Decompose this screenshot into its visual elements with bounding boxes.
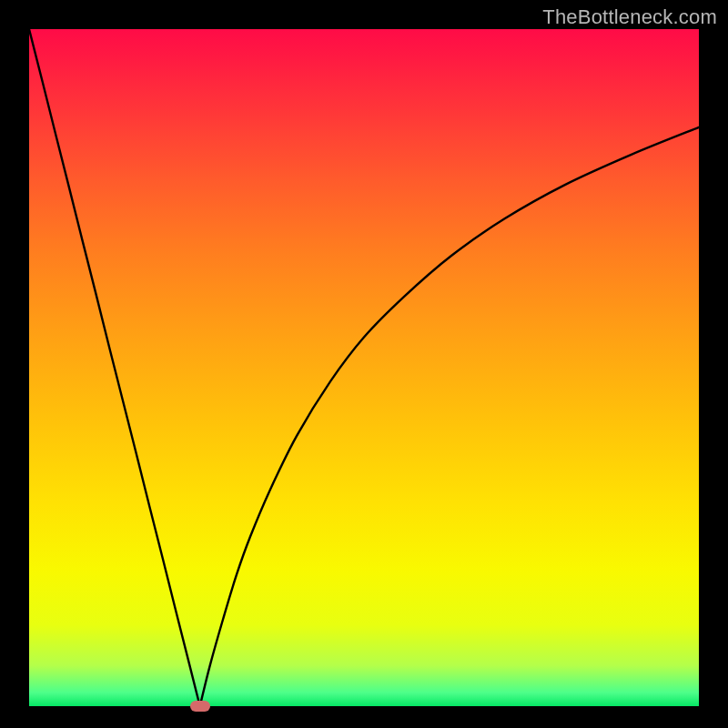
plot-area	[29, 29, 699, 706]
chart-curve	[29, 29, 699, 706]
curve-right-branch	[200, 127, 699, 706]
curve-left-branch	[29, 29, 200, 706]
bottleneck-marker	[190, 701, 210, 712]
watermark-text: TheBottleneck.com	[542, 5, 717, 29]
chart-frame: TheBottleneck.com	[0, 0, 728, 728]
